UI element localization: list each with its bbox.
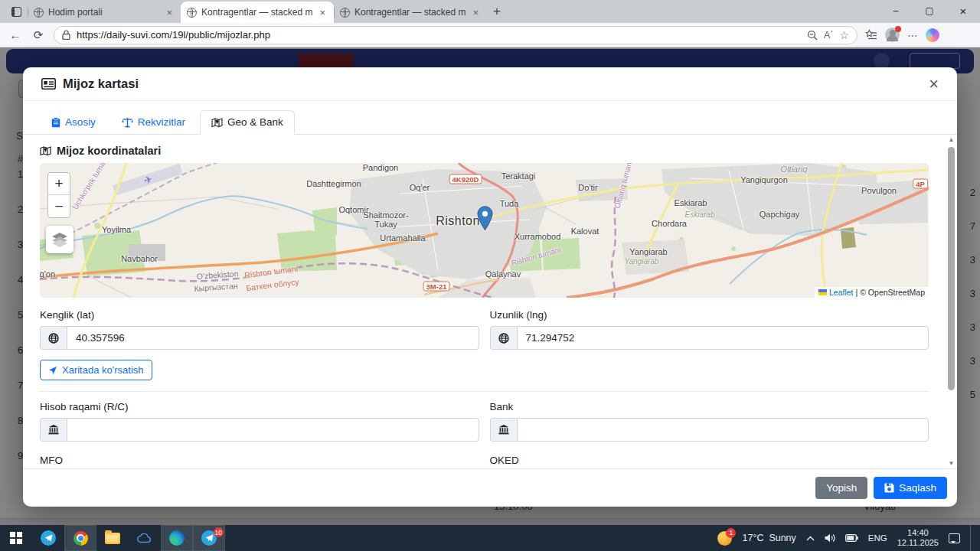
modal-title: Mijoz kartasi	[41, 77, 139, 91]
lng-label: Uzunlik (lng)	[490, 309, 929, 321]
map-layers-button[interactable]	[46, 226, 74, 253]
clock-time: 14:40	[897, 528, 939, 538]
windows-taskbar: 10 1 17°C Sunny ENG 14:40 12.11.2025	[0, 525, 980, 551]
account-label: Hisob raqami (R/C)	[40, 401, 479, 412]
clock-date: 12.11.2025	[897, 538, 939, 548]
scales-icon	[122, 117, 133, 128]
id-card-icon	[41, 78, 56, 90]
close-tab-icon[interactable]: ×	[317, 7, 328, 18]
road-shield: 3M-21	[423, 282, 450, 292]
globe-favicon	[187, 8, 197, 18]
modal-header: Mijoz kartasi ×	[23, 67, 957, 101]
leaflet-map[interactable]: ✈	[40, 163, 929, 298]
close-tab-icon[interactable]: ×	[164, 7, 175, 18]
weather-badge: 1	[726, 528, 736, 538]
chrome-icon	[74, 531, 88, 546]
account-input-group	[40, 418, 479, 442]
window-maximize-button[interactable]: ▢	[913, 0, 946, 21]
window-minimize-button[interactable]: –	[879, 0, 913, 21]
profile-avatar[interactable]	[885, 28, 900, 42]
zoom-out-button[interactable]: −	[48, 195, 70, 217]
map-label: Eskiarab	[675, 198, 707, 207]
lat-input[interactable]	[67, 326, 479, 350]
globe-icon	[40, 326, 67, 350]
bank-label: Bank	[490, 401, 929, 412]
saqlash-label: Saqlash	[899, 482, 936, 494]
map-label: rg'on	[40, 269, 55, 279]
section-title: Mijoz koordinatalari	[40, 145, 929, 157]
map-label: Rishton	[436, 214, 480, 228]
start-button[interactable]	[0, 525, 32, 551]
address-bar[interactable]: https://daily-suvi.com/19l/public/mijozl…	[54, 26, 858, 44]
saqlash-button[interactable]: Saqlash	[874, 477, 947, 499]
tab-rekvizitlar[interactable]: Rekvizitlar	[110, 110, 197, 135]
browser-menu-icon[interactable]: ⋯	[907, 29, 918, 41]
bank-input[interactable]	[517, 418, 929, 442]
favorite-star-icon[interactable]: ☆	[839, 29, 849, 41]
taskbar-telegram[interactable]	[32, 525, 64, 551]
action-center-icon[interactable]	[949, 533, 960, 543]
hidden-icons-chevron[interactable]	[806, 536, 815, 541]
taskbar-chrome[interactable]	[64, 525, 96, 551]
map-label: Navbahor	[121, 254, 158, 263]
taskbar-clock[interactable]: 14:40 12.11.2025	[897, 528, 939, 548]
tab-label: Rekvizitlar	[138, 116, 185, 128]
map-label: Chordara	[652, 219, 687, 228]
road-shield: 4K920D	[449, 174, 482, 184]
tab-geo-bank[interactable]: Geo & Bank	[200, 110, 295, 135]
taskbar-onedrive[interactable]	[129, 525, 161, 551]
refresh-button[interactable]: ⟳	[31, 28, 46, 42]
taskbar-telegram-2[interactable]: 10	[193, 525, 225, 551]
modal-close-icon[interactable]: ×	[929, 76, 939, 93]
modal-body: Asosiy Rekvizitlar Geo & Bank Mijoz koor…	[23, 101, 957, 468]
show-desktop-button[interactable]	[970, 525, 974, 551]
browser-tab-3[interactable]: Kontragentlar — stacked modal ( ×	[334, 2, 487, 23]
bank-icon	[490, 418, 517, 442]
scroll-down-arrow[interactable]: ▼	[947, 460, 956, 467]
scrollbar-thumb[interactable]	[948, 147, 955, 390]
tab-label: Kontragentlar — stacked modal (	[201, 7, 312, 18]
browser-tab-1[interactable]: Hodim portali ×	[28, 2, 181, 23]
scroll-up-arrow[interactable]: ▲	[947, 136, 956, 143]
window-close-button[interactable]: ×	[946, 0, 980, 21]
browser-tab-2-active[interactable]: Kontragentlar — stacked modal ( ×	[181, 2, 334, 23]
modal-footer: Yopish Saqlash	[23, 468, 957, 507]
modal-scrollbar[interactable]: ▲ ▼	[947, 136, 956, 468]
zoom-out-icon[interactable]	[807, 30, 818, 41]
copilot-icon[interactable]	[926, 28, 939, 42]
tab-label: Asosiy	[65, 116, 96, 128]
lng-input[interactable]	[517, 326, 929, 350]
weather-sun-icon[interactable]: 1	[717, 531, 732, 546]
tab-asosiy[interactable]: Asosiy	[40, 110, 107, 135]
new-tab-button[interactable]: +	[493, 4, 501, 19]
language-indicator[interactable]: ENG	[868, 533, 887, 543]
volume-icon[interactable]	[825, 533, 835, 543]
battery-icon[interactable]	[845, 534, 858, 542]
tab-actions-button[interactable]	[6, 2, 26, 21]
lock-icon[interactable]	[62, 30, 70, 40]
taskbar-edge[interactable]	[161, 525, 193, 551]
account-input[interactable]	[67, 418, 479, 442]
mijoz-kartasi-modal: Mijoz kartasi × Asosiy Rekvizitlar Geo &…	[23, 67, 957, 507]
zoom-in-button[interactable]: +	[48, 173, 70, 195]
map-marker[interactable]	[477, 206, 493, 231]
yopish-button[interactable]: Yopish	[815, 477, 867, 499]
show-on-map-button[interactable]: Xaritada ko'rsatish	[40, 360, 152, 380]
weather-text[interactable]: 17°C Sunny	[742, 533, 795, 543]
map-zoom-control: + −	[47, 172, 70, 218]
leaflet-link[interactable]: Leaflet	[829, 288, 854, 297]
globe-favicon	[340, 8, 350, 18]
back-button[interactable]: ←	[8, 28, 23, 41]
map-label: Povulgon	[861, 186, 897, 195]
attribution-separator: |	[855, 288, 858, 297]
url-text[interactable]: https://daily-suvi.com/19l/public/mijozl…	[77, 29, 801, 41]
map-location-icon	[40, 145, 51, 156]
map-label: Oltiariq	[781, 165, 808, 174]
read-aloud-icon[interactable]: A᾿	[824, 30, 834, 41]
browser-toolbar: ← ⟳ https://daily-suvi.com/19l/public/mi…	[0, 23, 980, 47]
favorites-bar-icon[interactable]	[865, 29, 877, 41]
close-tab-icon[interactable]: ×	[470, 7, 481, 18]
taskbar-explorer[interactable]	[96, 525, 129, 551]
osm-attribution[interactable]: © OpenStreetMap	[860, 288, 925, 297]
tab-label: Hodim portali	[48, 7, 159, 18]
